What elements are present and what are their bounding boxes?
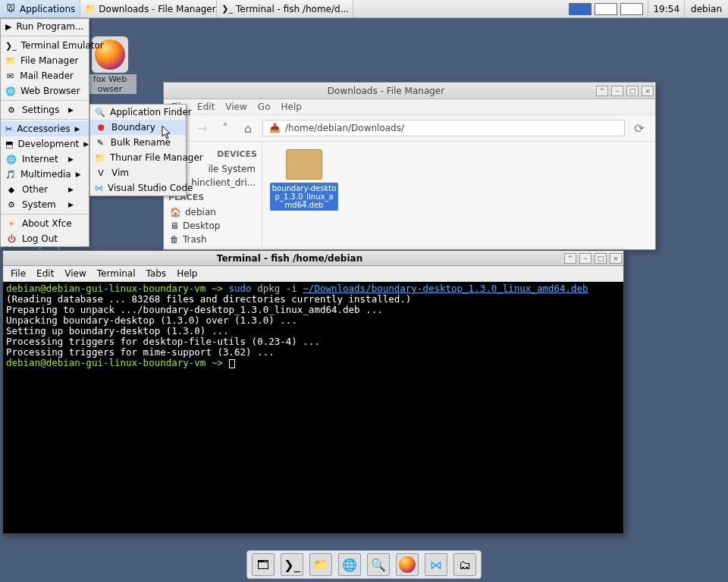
fm-minimize-button[interactable]: – xyxy=(611,86,623,96)
taskbar-item-filemanager[interactable]: 📁 Downloads - File Manager xyxy=(80,0,217,17)
terminal-output: (Reading database ... 83268 files and di… xyxy=(6,293,411,305)
submenu-thunar[interactable]: 📁Thunar File Manager xyxy=(90,150,186,165)
term-maximize-button[interactable]: □ xyxy=(595,253,607,264)
term-menu-file[interactable]: File xyxy=(11,268,26,279)
menu-web-browser[interactable]: 🌐Web Browser xyxy=(1,83,89,99)
term-menu-help[interactable]: Help xyxy=(177,268,197,279)
terminal-prompt: debian@debian-gui-linux-boundary-vm ~> xyxy=(6,283,229,294)
sidebar-item-trash[interactable]: 🗑Trash xyxy=(167,233,259,246)
dock-web-browser[interactable]: 🌐 xyxy=(338,553,361,576)
task-label: Terminal - fish /home/d... xyxy=(236,4,349,14)
workspace-2-icon[interactable] xyxy=(620,3,643,15)
terminal-icon: ❯_ xyxy=(5,39,17,52)
chevron-right-icon: ▶ xyxy=(68,106,74,114)
user-label[interactable]: debian xyxy=(685,0,728,17)
panel-spacer xyxy=(353,0,564,17)
submenu-vim[interactable]: VVim xyxy=(90,165,186,180)
dock-show-desktop[interactable]: 🗔 xyxy=(252,553,275,576)
up-icon[interactable]: ˄ xyxy=(217,120,234,136)
fm-maximize-button[interactable]: □ xyxy=(626,86,639,96)
menu-multimedia[interactable]: 🎵Multimedia▶ xyxy=(1,167,89,182)
fm-menu-help[interactable]: Help xyxy=(281,102,301,112)
term-close-button[interactable]: × xyxy=(610,253,622,264)
applications-label: Applications xyxy=(20,4,75,14)
taskbar-item-terminal[interactable]: ❯_ Terminal - fish /home/d... xyxy=(217,0,353,17)
menu-accessories[interactable]: ✂Accessories▶ xyxy=(1,121,89,136)
submenu-application-finder[interactable]: 🔍Application Finder xyxy=(90,105,186,120)
menu-other[interactable]: ◆Other▶ xyxy=(1,182,89,197)
fm-menu-view[interactable]: View xyxy=(225,102,246,112)
trash-icon: 🗑 xyxy=(170,234,179,245)
dock-vscode[interactable]: ⋈ xyxy=(425,553,447,576)
terminal-cmd-dpkg: dpkg -i xyxy=(252,283,303,294)
keyboard-indicator-icon[interactable] xyxy=(569,3,592,15)
file-name: boundary-desktop_1.3.0_linux_amd64.deb xyxy=(270,183,338,211)
info-icon: ✦ xyxy=(5,217,17,230)
terminal-output: Unpacking boundary-desktop (1.3.0) over … xyxy=(6,314,297,326)
menu-log-out[interactable]: ⏻Log Out xyxy=(1,231,89,246)
menu-about-xfce[interactable]: ✦About Xfce xyxy=(1,216,89,231)
terminal-menubar: File Edit View Terminal Tabs Help xyxy=(3,266,623,282)
folder-download-icon: 📥 xyxy=(269,123,281,133)
menu-development[interactable]: ⬒Development▶ xyxy=(1,136,89,152)
workspace-1-icon[interactable] xyxy=(595,3,617,15)
dock-firefox[interactable] xyxy=(396,553,419,576)
package-icon xyxy=(286,149,322,180)
menu-file-manager[interactable]: 📁File Manager xyxy=(1,53,89,68)
submenu-bulk-rename[interactable]: ✎Bulk Rename xyxy=(90,135,186,150)
vscode-icon: ⋈ xyxy=(95,182,103,194)
accessories-submenu: 🔍Application Finder ⬢Boundary ✎Bulk Rena… xyxy=(89,104,187,196)
sidebar-item-desktop[interactable]: 🖥Desktop xyxy=(167,219,259,233)
home-icon[interactable]: ⌂ xyxy=(240,120,256,136)
menu-internet[interactable]: 🌐Internet▶ xyxy=(1,152,89,167)
term-menu-tabs[interactable]: Tabs xyxy=(146,268,167,279)
dock-app-finder[interactable]: 🔍 xyxy=(367,553,390,576)
dock-terminal[interactable]: ❯_ xyxy=(281,553,303,576)
terminal-window: Terminal - fish /home/debian ^ – □ × Fil… xyxy=(2,250,624,534)
terminal-output: Processing triggers for desktop-file-uti… xyxy=(6,336,320,347)
fm-menu-go[interactable]: Go xyxy=(258,102,271,112)
sidebar-item-home[interactable]: 🏠debian xyxy=(167,205,259,219)
fm-toolbar: ← → ˄ ⌂ 📥 /home/debian/Downloads/ ⟳ xyxy=(164,115,655,142)
folder-icon: 📁 xyxy=(5,55,16,67)
menu-terminal-emulator[interactable]: ❯_Terminal Emulator xyxy=(1,38,89,53)
fm-close-button[interactable]: × xyxy=(642,86,654,96)
terminal-body[interactable]: debian@debian-gui-linux-boundary-vm ~> s… xyxy=(3,282,623,534)
menu-run-program[interactable]: ▶Run Program... xyxy=(1,19,89,34)
submenu-vscode[interactable]: ⋈Visual Studio Code xyxy=(90,180,186,196)
fm-titlebar[interactable]: Downloads - File Manager ^ – □ × xyxy=(164,83,655,99)
fm-menu-edit[interactable]: Edit xyxy=(197,102,215,112)
fm-rollup-button[interactable]: ^ xyxy=(596,86,608,96)
menu-system[interactable]: ⚙System▶ xyxy=(1,197,89,212)
dock-file-manager[interactable]: 📁 xyxy=(309,553,332,576)
chevron-right-icon: ▶ xyxy=(68,186,74,193)
term-menu-edit[interactable]: Edit xyxy=(36,268,54,279)
search-icon: 🔍 xyxy=(95,106,105,118)
run-icon: ▶ xyxy=(5,20,11,33)
term-menu-view[interactable]: View xyxy=(64,268,86,279)
submenu-boundary[interactable]: ⬢Boundary xyxy=(90,120,186,135)
folder-icon: 📁 xyxy=(95,152,105,164)
term-rollup-button[interactable]: ^ xyxy=(564,253,576,264)
bottom-dock: 🗔 ❯_ 📁 🌐 🔍 ⋈ 🗂 xyxy=(246,550,482,579)
globe-icon: 🌐 xyxy=(5,153,17,165)
applications-menu-button[interactable]: 🐭 Applications xyxy=(0,0,80,17)
location-bar[interactable]: 📥 /home/debian/Downloads/ xyxy=(262,120,625,136)
logout-icon: ⏻ xyxy=(5,233,17,245)
term-menu-terminal[interactable]: Terminal xyxy=(97,268,136,279)
menu-separator xyxy=(1,119,89,120)
term-minimize-button[interactable]: – xyxy=(579,253,592,264)
media-icon: 🎵 xyxy=(5,168,16,180)
forward-icon[interactable]: → xyxy=(194,120,211,136)
terminal-titlebar[interactable]: Terminal - fish /home/debian ^ – □ × xyxy=(3,251,623,266)
menu-mail-reader[interactable]: ✉Mail Reader xyxy=(1,68,89,83)
file-item-deb[interactable]: boundary-desktop_1.3.0_linux_amd64.deb xyxy=(270,149,338,211)
accessories-icon: ✂ xyxy=(5,123,12,135)
menu-separator xyxy=(1,36,89,36)
system-icon: ⚙ xyxy=(5,199,17,211)
clock[interactable]: 19:54 xyxy=(648,0,685,17)
vim-icon: V xyxy=(95,167,107,179)
menu-settings[interactable]: ⚙Settings▶ xyxy=(1,102,89,117)
reload-icon[interactable]: ⟳ xyxy=(631,120,648,136)
dock-home[interactable]: 🗂 xyxy=(453,553,476,576)
